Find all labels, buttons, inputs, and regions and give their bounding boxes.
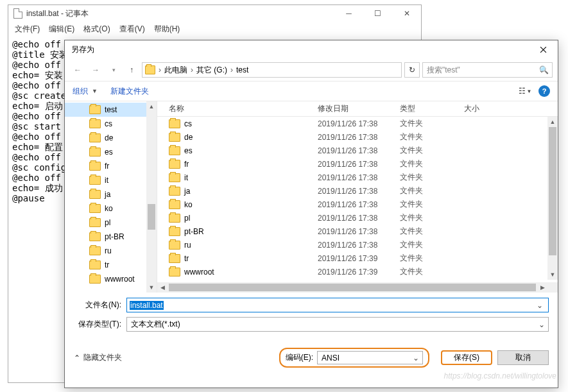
folder-icon (89, 218, 101, 227)
tree-item-label: de (105, 133, 113, 142)
scroll-right-icon[interactable]: ▶ (537, 282, 547, 293)
list-row[interactable]: pt-BR2019/11/26 17:38文件夹 (157, 225, 558, 238)
row-name: ru (184, 241, 191, 250)
list-hscrollbar[interactable]: ◀ ▶ (157, 282, 547, 293)
tree-item[interactable]: it (65, 173, 157, 187)
list-row[interactable]: ja2019/11/26 17:38文件夹 (157, 184, 558, 198)
tree-item[interactable]: ja (65, 187, 157, 201)
filetype-select[interactable]: 文本文档(*.txt) ⌄ (126, 317, 549, 332)
tree-item[interactable]: pt-BR (65, 230, 157, 244)
notepad-titlebar[interactable]: install.bat - 记事本 ─ ☐ ✕ (8, 5, 421, 22)
breadcrumb-bar[interactable]: › 此电脑 › 其它 (G:) › test ⌄ (142, 62, 402, 78)
help-button[interactable]: ? (538, 85, 550, 97)
list-vscrollbar[interactable]: ▲ ▼ (547, 117, 558, 280)
folder-icon (89, 190, 101, 199)
save-button[interactable]: 保存(S) (441, 350, 492, 365)
tree-item[interactable]: pl (65, 216, 157, 230)
row-date: 2019/11/26 17:39 (318, 268, 400, 277)
menu-file[interactable]: 文件(F) (15, 24, 40, 35)
folder-icon (145, 65, 155, 74)
forward-button[interactable]: → (88, 62, 103, 78)
search-input[interactable]: 搜索"test" 🔍 (422, 62, 553, 78)
list-row[interactable]: cs2019/11/26 17:38文件夹 (157, 117, 558, 130)
chevron-down-icon[interactable]: ⌄ (534, 301, 546, 310)
list-row[interactable]: wwwroot2019/11/26 17:39文件夹 (157, 265, 558, 278)
scroll-down-icon[interactable]: ▼ (547, 269, 558, 280)
tree-item[interactable]: wwwroot (65, 272, 157, 286)
dialog-close-button[interactable] (529, 40, 558, 59)
cancel-button[interactable]: 取消 (497, 350, 549, 365)
back-button[interactable]: ← (70, 62, 85, 78)
refresh-button[interactable]: ↻ (404, 62, 420, 78)
tree-item[interactable]: ko (65, 201, 157, 216)
organize-button[interactable]: 组织 (73, 86, 88, 97)
scrollbar-thumb[interactable] (169, 284, 536, 291)
recent-dropdown[interactable]: ▾ (106, 62, 121, 78)
new-folder-button[interactable]: 新建文件夹 (110, 86, 149, 97)
up-button[interactable]: ↑ (124, 62, 139, 78)
tree-item-label: ja (105, 190, 110, 199)
scrollbar-thumb[interactable] (549, 127, 556, 255)
row-name: it (184, 173, 188, 182)
tree-item[interactable]: tr (65, 258, 157, 272)
menu-help[interactable]: 帮助(H) (154, 24, 180, 35)
column-size[interactable]: 大小 (464, 103, 558, 114)
dialog-titlebar[interactable]: 另存为 (65, 40, 558, 59)
list-row[interactable]: de2019/11/26 17:38文件夹 (157, 130, 558, 144)
row-type: 文件夹 (400, 172, 464, 183)
row-name: tr (184, 254, 189, 263)
filename-input[interactable]: install.bat ⌄ (126, 298, 549, 312)
list-row[interactable]: zh-Hans2019/11/26 17:39文件夹 (157, 278, 558, 280)
tree-item[interactable]: fr (65, 159, 157, 173)
row-name: fr (184, 160, 189, 169)
folder-icon (169, 200, 180, 209)
row-name: cs (184, 119, 192, 128)
tree-item[interactable]: ru (65, 244, 157, 258)
scroll-left-icon[interactable]: ◀ (157, 282, 168, 293)
column-name[interactable]: 名称 (157, 103, 318, 114)
menu-format[interactable]: 格式(O) (83, 24, 110, 35)
column-type[interactable]: 类型 (400, 103, 464, 114)
view-options-button[interactable]: ☷ ▼ (515, 84, 535, 98)
tree-item[interactable]: cs (65, 117, 157, 131)
encoding-select[interactable]: ANSI ⌄ (317, 351, 423, 364)
list-row[interactable]: ru2019/11/26 17:38文件夹 (157, 238, 558, 251)
row-type: 文件夹 (400, 158, 464, 169)
row-date: 2019/11/26 17:38 (318, 119, 400, 128)
menu-edit[interactable]: 编辑(E) (49, 24, 74, 35)
scroll-down-icon[interactable]: ▼ (146, 282, 157, 293)
chevron-right-icon: › (230, 65, 233, 74)
tree-item[interactable]: es (65, 145, 157, 159)
tree-item-label: es (105, 148, 113, 157)
breadcrumb-item[interactable]: 其它 (G:) (196, 65, 227, 76)
list-row[interactable]: fr2019/11/26 17:38文件夹 (157, 157, 558, 171)
row-date: 2019/11/26 17:38 (318, 241, 400, 250)
list-row[interactable]: tr2019/11/26 17:39文件夹 (157, 251, 558, 265)
tree-item[interactable]: de (65, 131, 157, 145)
tree-item-label: test (105, 105, 117, 114)
tree-item[interactable]: test (65, 103, 157, 117)
tree-scrollbar[interactable]: ▲ ▼ (146, 101, 157, 293)
column-date[interactable]: 修改日期 (318, 103, 400, 114)
row-name: pl (184, 214, 190, 223)
chevron-down-icon: ⌄ (413, 354, 419, 362)
hide-folders-toggle[interactable]: ⌃ 隐藏文件夹 (74, 352, 122, 363)
scroll-up-icon[interactable]: ▲ (146, 101, 157, 112)
list-row[interactable]: ko2019/11/26 17:38文件夹 (157, 198, 558, 211)
scrollbar-thumb[interactable] (148, 204, 155, 230)
list-row[interactable]: es2019/11/26 17:38文件夹 (157, 144, 558, 157)
list-row[interactable]: pl2019/11/26 17:38文件夹 (157, 211, 558, 225)
filetype-label: 保存类型(T): (74, 319, 126, 330)
chevron-down-icon[interactable]: ▼ (92, 88, 98, 94)
maximize-button[interactable]: ☐ (363, 5, 392, 22)
scroll-up-icon[interactable]: ▲ (547, 117, 558, 127)
close-button[interactable]: ✕ (392, 5, 421, 22)
folder-icon (169, 214, 180, 223)
hide-folders-label: 隐藏文件夹 (83, 352, 122, 363)
breadcrumb-item[interactable]: test (236, 65, 248, 74)
menu-view[interactable]: 查看(V) (119, 24, 145, 35)
folder-tree[interactable]: testcsdeesfritjakoplpt-BRrutrwwwroot ▲ ▼ (65, 101, 157, 293)
minimize-button[interactable]: ─ (334, 5, 363, 22)
list-row[interactable]: it2019/11/26 17:38文件夹 (157, 171, 558, 184)
breadcrumb-item[interactable]: 此电脑 (164, 65, 187, 76)
